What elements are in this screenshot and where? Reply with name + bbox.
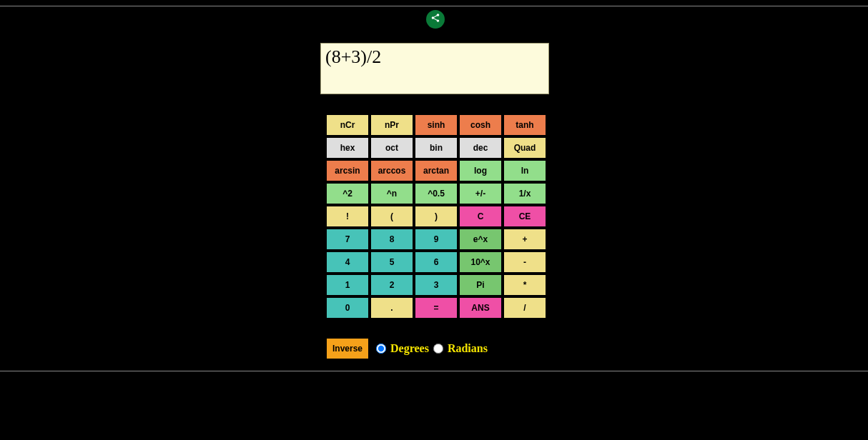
degrees-radio[interactable] [376, 344, 386, 354]
digit-9-button[interactable]: 9 [415, 229, 458, 250]
arcsin-button[interactable]: arcsin [326, 160, 369, 181]
equals-button[interactable]: = [415, 297, 458, 319]
arccos-button[interactable]: arccos [370, 160, 413, 181]
plus-button[interactable]: + [503, 229, 546, 250]
radians-label: Radians [448, 342, 488, 355]
digit-7-button[interactable]: 7 [326, 229, 369, 250]
log-button[interactable]: log [459, 160, 502, 181]
close-paren-button[interactable]: ) [415, 206, 458, 227]
exp-button[interactable]: e^x [459, 229, 502, 250]
digit-8-button[interactable]: 8 [370, 229, 413, 250]
degrees-label: Degrees [390, 342, 429, 355]
tanh-button[interactable]: tanh [503, 114, 546, 136]
power-n-button[interactable]: ^n [370, 183, 413, 204]
calculator-footer: Inverse Degrees Radians [326, 338, 488, 359]
plusminus-button[interactable]: +/- [459, 183, 502, 204]
inverse-button[interactable]: Inverse [326, 338, 369, 359]
digit-3-button[interactable]: 3 [415, 274, 458, 296]
share-icon [430, 13, 440, 26]
reciprocal-button[interactable]: 1/x [503, 183, 546, 204]
arctan-button[interactable]: arctan [415, 160, 458, 181]
digit-6-button[interactable]: 6 [415, 251, 458, 273]
oct-button[interactable]: oct [370, 137, 413, 159]
pi-button[interactable]: Pi [459, 274, 502, 296]
ncr-button[interactable]: nCr [326, 114, 369, 136]
minus-button[interactable]: - [503, 251, 546, 273]
share-button[interactable] [426, 10, 445, 29]
digit-1-button[interactable]: 1 [326, 274, 369, 296]
factorial-button[interactable]: ! [326, 206, 369, 227]
separator-bottom [0, 371, 868, 371]
digit-4-button[interactable]: 4 [326, 251, 369, 273]
sqrt-button[interactable]: ^0.5 [415, 183, 458, 204]
divide-button[interactable]: / [503, 297, 546, 319]
clear-button[interactable]: C [459, 206, 502, 227]
hex-button[interactable]: hex [326, 137, 369, 159]
ten-power-button[interactable]: 10^x [459, 251, 502, 273]
multiply-button[interactable]: * [503, 274, 546, 296]
quad-button[interactable]: Quad [503, 137, 546, 159]
calculator-keypad: nCr nPr sinh cosh tanh hex oct bin dec Q… [326, 114, 546, 319]
separator-top [0, 6, 868, 6]
radians-radio[interactable] [433, 344, 443, 354]
decimal-button[interactable]: . [370, 297, 413, 319]
calculator-display[interactable]: (8+3)/2 [320, 43, 549, 94]
sinh-button[interactable]: sinh [415, 114, 458, 136]
ans-button[interactable]: ANS [459, 297, 502, 319]
square-button[interactable]: ^2 [326, 183, 369, 204]
bin-button[interactable]: bin [415, 137, 458, 159]
npr-button[interactable]: nPr [370, 114, 413, 136]
dec-button[interactable]: dec [459, 137, 502, 159]
digit-0-button[interactable]: 0 [326, 297, 369, 319]
digit-5-button[interactable]: 5 [370, 251, 413, 273]
digit-2-button[interactable]: 2 [370, 274, 413, 296]
clear-entry-button[interactable]: CE [503, 206, 546, 227]
cosh-button[interactable]: cosh [459, 114, 502, 136]
open-paren-button[interactable]: ( [370, 206, 413, 227]
ln-button[interactable]: ln [503, 160, 546, 181]
